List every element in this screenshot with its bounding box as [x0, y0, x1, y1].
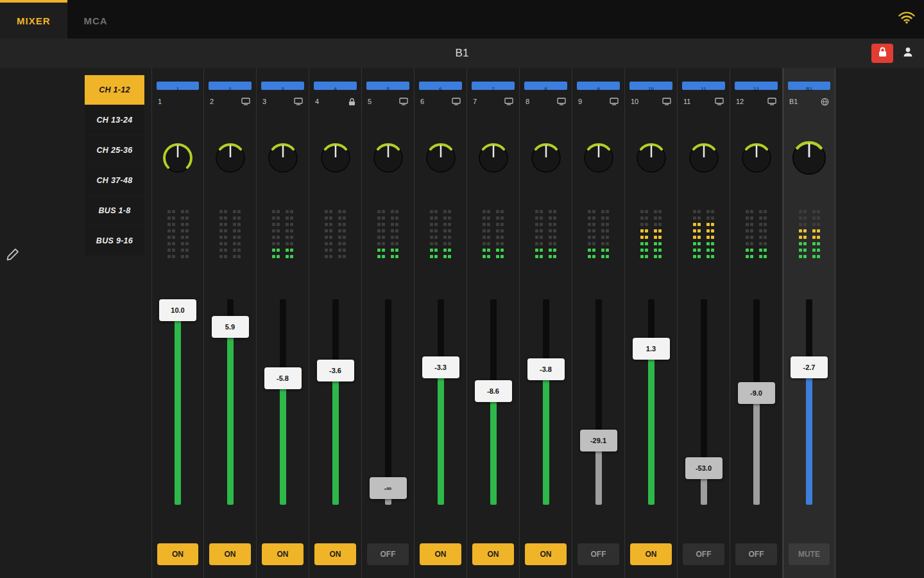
channel-color-label: 1 — [176, 86, 179, 92]
channel-state-button[interactable]: MUTE — [789, 543, 830, 565]
channel-number: 11 — [683, 98, 690, 105]
channel-strip-9: 9 9 -29.1 OFF — [572, 68, 625, 578]
bank-bus-1-8[interactable]: BUS 1-8 — [85, 196, 144, 225]
channel-color-bar[interactable]: 11 — [682, 82, 725, 90]
bank-ch-1-12[interactable]: CH 1-12 — [85, 75, 144, 105]
channel-color-label: 4 — [334, 86, 336, 92]
channel-color-bar[interactable]: 12 — [735, 82, 778, 90]
tab-mca[interactable]: MCA — [67, 0, 124, 39]
channel-color-bar[interactable]: 10 — [629, 82, 672, 90]
lock-button[interactable] — [871, 44, 893, 63]
pan-knob[interactable] — [423, 140, 459, 179]
channel-number: 9 — [578, 98, 582, 105]
fader-track[interactable] — [385, 299, 391, 505]
monitor-icon — [662, 98, 671, 105]
fader-handle[interactable]: -53.0 — [685, 457, 723, 479]
bank-ch-37-48[interactable]: CH 37-48 — [85, 166, 144, 195]
bank-ch-25-36[interactable]: CH 25-36 — [85, 136, 144, 165]
page-title: B1 — [0, 39, 924, 68]
meter-right-column — [654, 199, 662, 258]
channel-color-bar[interactable]: 5 — [366, 82, 409, 90]
channel-head: 12 — [736, 95, 776, 108]
fader-handle[interactable]: -2.7 — [791, 356, 828, 378]
channel-color-bar[interactable]: 3 — [261, 82, 304, 90]
fader-handle[interactable]: 5.9 — [212, 316, 249, 338]
meter-left-column — [693, 199, 701, 258]
tab-mixer[interactable]: MIXER — [0, 0, 67, 39]
meter-right-column — [812, 199, 820, 258]
fader-handle[interactable]: -8.6 — [475, 380, 512, 402]
channel-color-bar[interactable]: 1 — [157, 82, 199, 90]
user-button[interactable] — [897, 44, 919, 63]
channel-state-button[interactable]: ON — [472, 543, 514, 565]
channel-color-bar[interactable]: 8 — [524, 82, 567, 90]
pan-knob[interactable] — [370, 140, 406, 179]
fader: -∞ — [362, 299, 414, 505]
channel-state-button[interactable]: OFF — [735, 543, 777, 565]
top-bar: MIXER MCA — [0, 0, 924, 39]
pan-knob[interactable] — [528, 140, 564, 179]
channel-head: 7 — [473, 95, 513, 108]
pan-knob[interactable] — [160, 140, 196, 179]
pan-knob[interactable] — [581, 140, 617, 179]
fader: -29.1 — [572, 299, 624, 505]
fader-handle[interactable]: -∞ — [370, 477, 407, 499]
monitor-icon — [452, 98, 461, 105]
channel-state-button[interactable]: OFF — [683, 543, 724, 565]
pan-knob[interactable] — [318, 140, 354, 179]
bank-ch-13-24[interactable]: CH 13-24 — [85, 105, 144, 135]
pan-knob[interactable] — [633, 140, 669, 179]
channel-number: 3 — [262, 98, 266, 105]
meter-left-column — [483, 199, 490, 258]
channel-state-button[interactable]: ON — [420, 543, 461, 565]
fader-handle[interactable]: -9.0 — [738, 382, 775, 404]
channel-number: 7 — [473, 98, 477, 105]
fader-handle[interactable]: 10.0 — [159, 299, 196, 321]
channel-state-button[interactable]: ON — [630, 543, 672, 565]
channel-state-button[interactable]: ON — [157, 543, 198, 565]
channel-head: 4 — [315, 95, 355, 108]
fader-handle[interactable]: -3.6 — [317, 360, 354, 381]
bank-bus-9-16[interactable]: BUS 9-16 — [85, 226, 144, 256]
channel-state-button[interactable]: ON — [525, 543, 567, 565]
channel-strip-2: 2 2 5.9 ON — [204, 68, 257, 578]
edit-pencil-icon[interactable] — [5, 247, 22, 263]
fader-handle[interactable]: -3.8 — [527, 358, 565, 380]
channel-strip-3: 3 3 -5.8 ON — [257, 68, 309, 578]
channel-state-button[interactable]: OFF — [367, 543, 409, 565]
channel-color-bar[interactable]: 6 — [419, 82, 462, 90]
fader-handle[interactable]: -3.3 — [422, 356, 459, 378]
user-icon — [902, 46, 914, 60]
channel-strip-10: 10 10 1.3 ON — [625, 68, 678, 578]
pan-knob[interactable] — [686, 140, 722, 179]
pan-knob[interactable] — [739, 140, 774, 179]
channel-state-button[interactable]: ON — [262, 543, 304, 565]
fader: -2.7 — [783, 299, 835, 505]
channel-head: 5 — [368, 95, 408, 108]
channel-color-bar[interactable]: 2 — [209, 82, 252, 90]
channel-color-bar[interactable]: 7 — [472, 82, 515, 90]
channel-head: 10 — [631, 95, 671, 108]
channel-state-button[interactable]: OFF — [578, 543, 619, 565]
fader: 5.9 — [204, 299, 256, 505]
pan-knob[interactable] — [475, 140, 511, 179]
pan-knob[interactable] — [789, 137, 830, 181]
channel-color-bar[interactable]: B1 — [788, 82, 830, 90]
fader-handle[interactable]: -29.1 — [580, 430, 617, 451]
pan-knob[interactable] — [265, 140, 301, 179]
channel-color-bar[interactable]: 9 — [577, 82, 620, 90]
level-meter — [467, 199, 519, 258]
fader-fill — [753, 393, 760, 505]
pan-knob[interactable] — [212, 140, 248, 179]
monitor-icon — [610, 98, 619, 105]
fader: -53.0 — [678, 299, 730, 505]
fader-handle[interactable]: 1.3 — [633, 338, 670, 360]
channel-state-button[interactable]: ON — [314, 543, 356, 565]
channel-color-label: 3 — [281, 86, 284, 92]
channel-color-label: 12 — [753, 86, 759, 92]
channel-color-bar[interactable]: 4 — [314, 82, 357, 90]
header-bar: B1 — [0, 39, 924, 68]
fader: -3.3 — [415, 299, 466, 505]
channel-state-button[interactable]: ON — [209, 543, 251, 565]
fader-handle[interactable]: -5.8 — [264, 367, 302, 389]
